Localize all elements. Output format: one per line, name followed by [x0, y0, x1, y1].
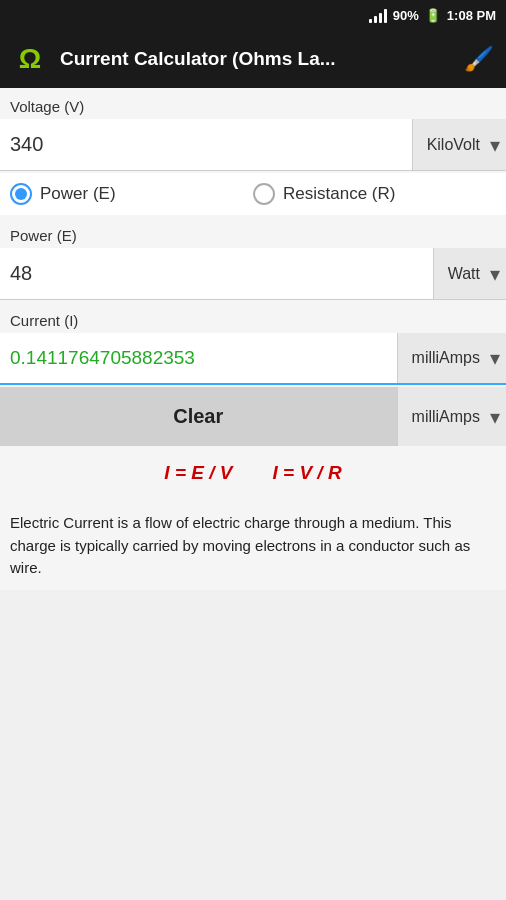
battery-percent: 90% — [393, 8, 419, 23]
current-unit-wrapper: milliAmps ▾ — [397, 333, 506, 383]
formula-2: I = V / R — [272, 462, 341, 484]
signal-icon — [369, 7, 387, 23]
power-unit: Watt — [434, 251, 490, 297]
resistance-radio-circle[interactable] — [253, 183, 275, 205]
power-label: Power (E) — [0, 217, 506, 248]
power-unit-wrapper: Watt ▾ — [433, 248, 506, 299]
omega-symbol: Ω — [19, 43, 41, 75]
clear-row: Clear milliAmps ▾ — [0, 387, 506, 446]
power-radio-option[interactable]: Power (E) — [10, 183, 253, 205]
content-area: Voltage (V) KiloVolt ▾ Power (E) Resista… — [0, 88, 506, 590]
voltage-unit-wrapper: KiloVolt ▾ — [412, 119, 506, 170]
app-title: Current Calculator (Ohms La... — [60, 48, 452, 70]
power-unit-dropdown-icon[interactable]: ▾ — [490, 262, 506, 286]
voltage-unit-dropdown-icon[interactable]: ▾ — [490, 133, 506, 157]
time: 1:08 PM — [447, 8, 496, 23]
voltage-input[interactable] — [0, 119, 412, 170]
formula-1: I = E / V — [164, 462, 232, 484]
power-row: Watt ▾ — [0, 248, 506, 300]
current-label: Current (I) — [0, 302, 506, 333]
app-icon: Ω — [12, 41, 48, 77]
action-bar: Ω Current Calculator (Ohms La... 🖌️ — [0, 30, 506, 88]
voltage-row: KiloVolt ▾ — [0, 119, 506, 171]
current-value: 0.1411764705882353 — [0, 333, 397, 383]
power-radio-label: Power (E) — [40, 184, 116, 204]
current-row: 0.1411764705882353 milliAmps ▾ — [0, 333, 506, 385]
resistance-radio-label: Resistance (R) — [283, 184, 395, 204]
power-input[interactable] — [0, 248, 433, 299]
status-bar: 90% 🔋 1:08 PM — [0, 0, 506, 30]
paint-icon[interactable]: 🖌️ — [464, 45, 494, 73]
formula-row: I = E / V I = V / R — [0, 448, 506, 498]
clear-unit-dropdown-icon[interactable]: ▾ — [490, 405, 506, 429]
clear-unit-wrapper: milliAmps ▾ — [397, 387, 506, 446]
description-text: Electric Current is a flow of electric c… — [0, 498, 506, 590]
clear-unit: milliAmps — [398, 394, 490, 440]
voltage-label: Voltage (V) — [0, 88, 506, 119]
power-radio-circle[interactable] — [10, 183, 32, 205]
voltage-unit: KiloVolt — [413, 122, 490, 168]
battery-icon: 🔋 — [425, 8, 441, 23]
current-unit: milliAmps — [398, 335, 490, 381]
clear-button[interactable]: Clear — [0, 387, 397, 446]
current-unit-dropdown-icon[interactable]: ▾ — [490, 346, 506, 370]
resistance-radio-option[interactable]: Resistance (R) — [253, 183, 496, 205]
mode-radio-row: Power (E) Resistance (R) — [0, 173, 506, 215]
